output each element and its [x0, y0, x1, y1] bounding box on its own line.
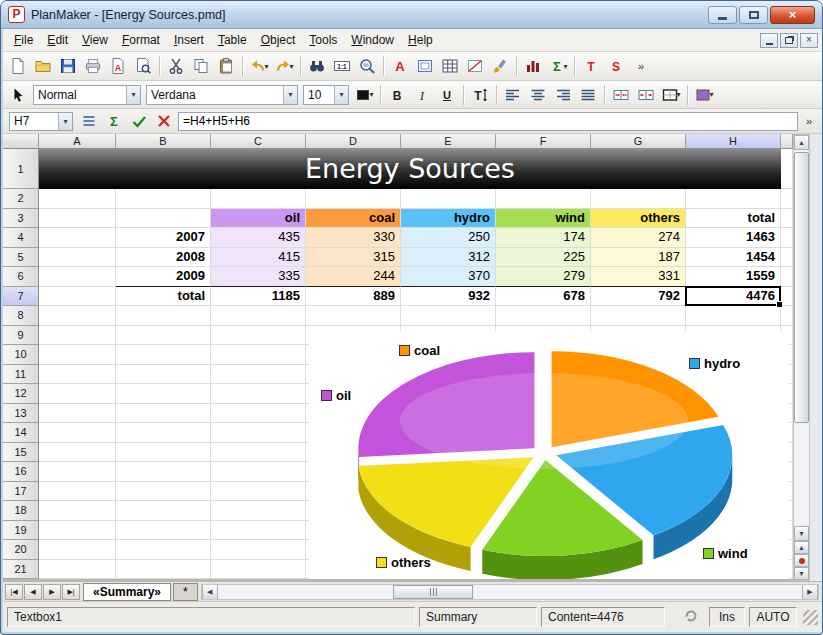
cell-B18[interactable]	[116, 501, 211, 521]
cell-G8[interactable]	[591, 306, 686, 326]
cell-B12[interactable]	[116, 384, 211, 404]
cell-F4[interactable]: 174	[496, 228, 591, 248]
horizontal-scrollbar[interactable]: ◀ ▶	[201, 584, 819, 600]
browse-next-button[interactable]: ▼	[794, 567, 809, 580]
character-button[interactable]: A	[388, 54, 412, 78]
print-button[interactable]	[81, 54, 105, 78]
last-sheet-button[interactable]: ▶|	[62, 584, 80, 600]
browse-previous-button[interactable]: ▲	[794, 541, 809, 554]
cell-F5[interactable]: 225	[496, 248, 591, 268]
cell-B11[interactable]	[116, 365, 211, 385]
vertical-scroll-track[interactable]	[794, 150, 809, 526]
row-header-12[interactable]: 12	[3, 384, 39, 404]
cell-C21[interactable]	[211, 560, 306, 580]
cell-B9[interactable]	[116, 326, 211, 346]
formula-bar-overflow-icon[interactable]: »	[800, 115, 818, 127]
row-header-16[interactable]: 16	[3, 462, 39, 482]
menu-file[interactable]: File	[7, 30, 40, 50]
cell-B16[interactable]	[116, 462, 211, 482]
cell-A21[interactable]	[39, 560, 116, 580]
chevron-down-icon[interactable]: ▾	[126, 86, 140, 104]
chevron-down-icon[interactable]: ▾	[264, 62, 268, 71]
text-tool-button[interactable]: T	[468, 83, 492, 107]
align-justify-button[interactable]	[576, 83, 600, 107]
cell-B14[interactable]	[116, 423, 211, 443]
cell-G7[interactable]: 792	[591, 287, 686, 307]
borders-button[interactable]: ▾	[659, 83, 683, 107]
cell-A8[interactable]	[39, 306, 116, 326]
cell-A18[interactable]	[39, 501, 116, 521]
row-header-18[interactable]: 18	[3, 501, 39, 521]
previous-sheet-button[interactable]: ◀	[24, 584, 42, 600]
cell-G2[interactable]	[591, 189, 686, 209]
cell-D5[interactable]: 315	[306, 248, 401, 268]
column-header-E[interactable]: E	[401, 134, 496, 149]
row-header-6[interactable]: 6	[3, 267, 39, 287]
column-header-partial[interactable]	[781, 134, 793, 149]
cell-E8[interactable]	[401, 306, 496, 326]
vertical-scroll-thumb[interactable]	[794, 152, 809, 423]
menu-tools[interactable]: Tools	[302, 30, 344, 50]
formula-check-button[interactable]	[127, 109, 151, 133]
cell-A5[interactable]	[39, 248, 116, 268]
row-header-8[interactable]: 8	[3, 306, 39, 326]
doc-restore-button[interactable]	[780, 33, 798, 48]
title-banner[interactable]: Energy Sources	[39, 149, 781, 189]
row-header-21[interactable]: 21	[3, 560, 39, 580]
cell-A4[interactable]	[39, 228, 116, 248]
print-preview-button[interactable]	[131, 54, 155, 78]
title-bar[interactable]: P PlanMaker - [Energy Sources.pmd] ×	[1, 1, 822, 29]
column-header-C[interactable]: C	[211, 134, 306, 149]
presentations-button[interactable]: S	[604, 54, 628, 78]
cell-C19[interactable]	[211, 521, 306, 541]
cell-C20[interactable]	[211, 540, 306, 560]
row-header-4[interactable]: 4	[3, 228, 39, 248]
undo-button[interactable]: ▾	[247, 54, 271, 78]
cell-B19[interactable]	[116, 521, 211, 541]
cell-C5[interactable]: 415	[211, 248, 306, 268]
font-select[interactable]: Verdana▾	[146, 85, 298, 105]
align-left-button[interactable]	[501, 83, 525, 107]
cell-C14[interactable]	[211, 423, 306, 443]
cursor-arrow-button[interactable]	[6, 83, 30, 107]
cell-C7[interactable]: 1185	[211, 287, 306, 307]
align-center-button[interactable]	[526, 83, 550, 107]
formula-input[interactable]	[178, 112, 798, 131]
formula-list-button[interactable]	[77, 109, 101, 133]
cell-B15[interactable]	[116, 443, 211, 463]
paste-button[interactable]	[214, 54, 238, 78]
cell-H4[interactable]: 1463	[686, 228, 781, 248]
cell-A7[interactable]	[39, 287, 116, 307]
cell-F7[interactable]: 678	[496, 287, 591, 307]
browse-select-button[interactable]	[794, 554, 809, 567]
scroll-right-icon[interactable]: ▶	[802, 585, 818, 599]
row-header-5[interactable]: 5	[3, 248, 39, 268]
status-auto[interactable]: AUTO	[749, 607, 797, 627]
cell-H2[interactable]	[686, 189, 781, 209]
cell-B17[interactable]	[116, 482, 211, 502]
row-header-17[interactable]: 17	[3, 482, 39, 502]
cell-G6[interactable]: 331	[591, 267, 686, 287]
cell-H6[interactable]: 1559	[686, 267, 781, 287]
underline-button[interactable]: U	[435, 83, 459, 107]
column-header-D[interactable]: D	[306, 134, 401, 149]
formula-cancel-button[interactable]	[152, 109, 176, 133]
cell-E5[interactable]: 312	[401, 248, 496, 268]
chart-button[interactable]	[521, 54, 545, 78]
cell-G5[interactable]: 187	[591, 248, 686, 268]
cell-E4[interactable]: 250	[401, 228, 496, 248]
menu-insert[interactable]: Insert	[167, 30, 211, 50]
menu-object[interactable]: Object	[254, 30, 303, 50]
bold-button[interactable]: B	[385, 83, 409, 107]
cell-B8[interactable]	[116, 306, 211, 326]
cell-C13[interactable]	[211, 404, 306, 424]
cell-F3[interactable]: wind	[496, 209, 591, 229]
chevron-down-icon[interactable]: ▾	[369, 90, 373, 99]
row-header-15[interactable]: 15	[3, 443, 39, 463]
column-header-G[interactable]: G	[591, 134, 686, 149]
row-header-19[interactable]: 19	[3, 521, 39, 541]
row-header-13[interactable]: 13	[3, 404, 39, 424]
fill-color-button[interactable]: ▾	[692, 83, 716, 107]
row-header-3[interactable]: 3	[3, 209, 39, 229]
cell-C18[interactable]	[211, 501, 306, 521]
